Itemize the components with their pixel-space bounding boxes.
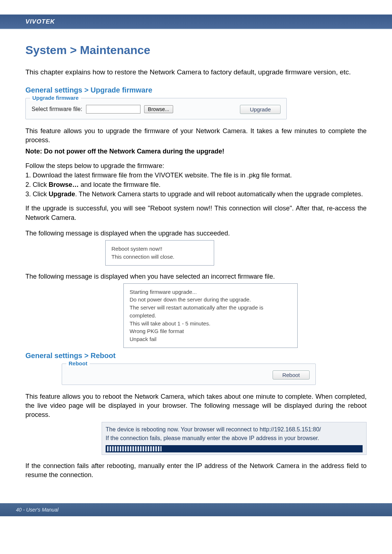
browse-button[interactable]: Browse... <box>144 105 173 113</box>
upgrade-note: Note: Do not power off the Network Camer… <box>25 147 367 156</box>
fail-message-box: Starting firmware upgrade... Do not powe… <box>123 283 298 348</box>
reboot-progress-bar <box>106 445 363 452</box>
reboot-panel: Reboot Reboot <box>62 364 316 385</box>
reboot-msg-line-1: The device is rebooting now. Your browse… <box>106 425 363 434</box>
upgrade-success-para: If the upgrade is successful, you will s… <box>25 204 367 222</box>
success-line-1: Reboot system now!! <box>111 245 208 253</box>
section-upgrade-heading: General settings > Upgrade firmware <box>25 86 367 94</box>
page-content: System > Maintenance This chapter explai… <box>0 29 392 493</box>
upgrade-firmware-panel: Upgrade firmware Select firmware file: B… <box>25 98 287 119</box>
page-title: System > Maintenance <box>25 44 367 57</box>
fail-line-4: This will take about 1 - 5 minutes. <box>130 320 291 328</box>
reboot-after-text: If the connection fails after rebooting,… <box>25 461 367 480</box>
brand-logo: VIVOTEK <box>25 18 55 25</box>
upgrade-firmware-legend: Upgrade firmware <box>30 95 81 101</box>
step-3: 3. Click Upgrade. The Network Camera sta… <box>25 189 367 199</box>
fail-line-5: Wrong PKG file format <box>130 327 291 335</box>
reboot-button[interactable]: Reboot <box>273 370 310 379</box>
step-1: 1. Download the latest firmware file fro… <box>25 171 367 180</box>
firmware-file-input[interactable] <box>86 105 140 114</box>
success-line-2: This connection will close. <box>111 253 208 261</box>
intro-text: This chapter explains how to restore the… <box>25 67 367 77</box>
reboot-progress-fill <box>107 446 162 451</box>
success-msg-intro: The following message is displayed when … <box>25 229 367 238</box>
footer-text: 40 - User's Manual <box>16 507 58 513</box>
steps-intro: Follow the steps below to upgrade the fi… <box>25 161 367 171</box>
reboot-legend: Reboot <box>66 360 90 366</box>
reboot-message-panel: The device is rebooting now. Your browse… <box>102 422 367 455</box>
section-reboot-heading: General settings > Reboot <box>25 352 367 360</box>
fail-line-3: The server will restart automatically af… <box>130 304 291 320</box>
reboot-msg-line-2: If the connection fails, please manually… <box>106 434 363 443</box>
upgrade-steps: Follow the steps below to upgrade the fi… <box>25 161 367 199</box>
step-2: 2. Click Browse… and locate the firmware… <box>25 180 367 189</box>
firmware-file-label: Select firmware file: <box>32 106 82 112</box>
upgrade-desc: This feature allows you to upgrade the f… <box>25 127 367 145</box>
upgrade-button[interactable]: Upgrade <box>240 105 281 114</box>
reboot-desc: This feature allows you to reboot the Ne… <box>25 392 367 420</box>
success-message-box: Reboot system now!! This connection will… <box>105 240 214 266</box>
fail-msg-intro: The following message is displayed when … <box>25 272 367 281</box>
fail-line-1: Starting firmware upgrade... <box>130 288 291 296</box>
fail-line-6: Unpack fail <box>130 335 291 343</box>
fail-line-2: Do not power down the server during the … <box>130 296 291 304</box>
page-header: VIVOTEK <box>0 15 392 29</box>
page-footer: 40 - User's Manual <box>0 503 392 516</box>
